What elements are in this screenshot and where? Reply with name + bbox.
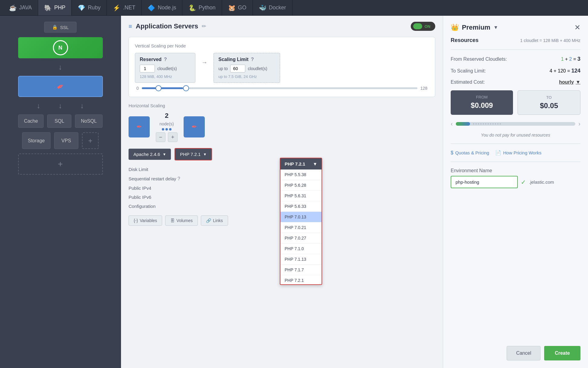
edit-icon[interactable]: ✏ [202, 23, 206, 30]
reserved-eq: = [572, 56, 577, 62]
php-option-7013[interactable]: PHP 7.0.13 [280, 212, 322, 222]
close-button[interactable]: ✕ [574, 23, 580, 32]
app-servers-title: Application Servers [136, 22, 198, 30]
tab-go[interactable]: 🐹 GO [222, 0, 253, 15]
toggle-on[interactable]: ON [411, 22, 436, 31]
quotas-pricing-link[interactable]: $ Quotas & Pricing [451, 150, 489, 156]
php-option-7021[interactable]: PHP 7.0.21 [280, 222, 322, 233]
env-name-input[interactable] [451, 176, 518, 188]
node-scaler: ✒ 2 node(s) − + ✒ [129, 112, 435, 142]
vertical-scaling-label: Vertical Scaling per Node [135, 43, 429, 48]
php-dropdown-arrow: ▼ [203, 152, 207, 157]
create-button[interactable]: Create [544, 346, 580, 360]
toggle-ball [413, 23, 422, 29]
reserved-plus: + [564, 56, 569, 62]
php-dropdown-list[interactable]: PHP 5.5.38 PHP 5.6.28 PHP 5.6.31 PHP 5.6… [280, 169, 322, 284]
node-icon-2: ✒ [184, 116, 205, 137]
php-option-717[interactable]: PHP 7.1.7 [280, 265, 322, 275]
p-dot-11 [497, 123, 498, 124]
reserved-total: 3 [577, 56, 580, 62]
add-service-button[interactable]: + [82, 132, 99, 149]
reserved-input[interactable] [140, 65, 155, 73]
scaling-limit-prefix: up to [218, 66, 228, 71]
tab-java[interactable]: ☕ JAVA [3, 0, 38, 15]
vps-button[interactable]: VPS [54, 132, 78, 149]
cache-button[interactable]: Cache [18, 115, 44, 128]
php-option-5628[interactable]: PHP 5.6.28 [280, 180, 322, 191]
reserved-box: Reserved ? cloudlet(s) 128 MiB, 400 MHz [135, 53, 195, 83]
add-environment-button[interactable]: + [18, 153, 103, 175]
tab-php[interactable]: 🐘 PHP [38, 0, 72, 15]
tab-python[interactable]: 🐍 Python [182, 0, 222, 15]
php-server-block[interactable]: ✒ [18, 76, 103, 97]
apache-dropdown-button[interactable]: Apache 2.4.6 ▼ [129, 149, 171, 160]
nodejs-icon: 🔷 [148, 4, 155, 11]
php-option-7027[interactable]: PHP 7.0.27 [280, 233, 322, 244]
hourly-dropdown[interactable]: hourly ▼ [559, 79, 580, 85]
app-servers-header: ≡ Application Servers ✏ ON [129, 22, 435, 31]
tab-nodejs[interactable]: 🔷 Node.js [142, 0, 182, 15]
p-dot-8 [490, 123, 491, 124]
cancel-button[interactable]: Cancel [507, 346, 541, 360]
storage-button[interactable]: Storage [22, 132, 51, 149]
links-button[interactable]: 🔗 Links [201, 215, 228, 226]
how-pricing-link[interactable]: 📄 How Pricing Works [495, 150, 541, 156]
scaling-limit-help-icon[interactable]: ? [251, 57, 254, 62]
apache-dropdown-arrow: ▼ [162, 152, 166, 157]
scaling-limit-unit: cloudlet(s) [248, 66, 267, 71]
php-option-5538[interactable]: PHP 5.5.38 [280, 169, 322, 180]
nosql-button[interactable]: NoSQL [75, 115, 102, 128]
slider-track[interactable] [142, 87, 417, 89]
scaling-limit-input[interactable] [230, 65, 245, 73]
tab-php-label: PHP [54, 5, 65, 11]
slider-fill [142, 87, 183, 89]
php-option-5631[interactable]: PHP 5.6.31 [280, 191, 322, 201]
hourly-label: hourly [559, 79, 574, 85]
tab-java-label: JAVA [19, 5, 32, 11]
reserved-input-row: cloudlet(s) [140, 65, 191, 73]
horizontal-scaling-label: Horizontal Scaling [129, 103, 435, 108]
reserved-help-icon[interactable]: ? [164, 57, 167, 62]
hourly-arrow: ▼ [576, 79, 580, 85]
slider-thumb-left[interactable] [155, 85, 162, 91]
tab-ruby[interactable]: 💎 Ruby [72, 0, 107, 15]
reserved-part1: 1 [561, 56, 564, 62]
php-version-dropdown-button[interactable]: PHP 7.2.1 ▼ [175, 148, 212, 160]
node-dots [162, 128, 172, 131]
variables-button[interactable]: {-} Variables [129, 215, 162, 226]
decrease-node-button[interactable]: − [156, 132, 165, 142]
php-option-5633[interactable]: PHP 5.6.33 [280, 201, 322, 212]
menu-icon: ≡ [129, 23, 132, 30]
tab-net-label: .NET [123, 5, 135, 11]
scaling-boxes: Reserved ? cloudlet(s) 128 MiB, 400 MHz … [135, 53, 429, 83]
tab-docker-label: Docker [269, 5, 286, 11]
nginx-block[interactable]: N [18, 37, 103, 58]
php-option-721[interactable]: PHP 7.2.1 [280, 275, 322, 284]
to-scaling-value: 4 + 120 = 124 [550, 68, 580, 74]
p-dot-7 [488, 123, 489, 124]
quotas-icon: $ [451, 150, 453, 156]
sequential-restart-help[interactable]: ? [178, 176, 180, 181]
go-icon: 🐹 [228, 4, 236, 11]
chevron-left-icon[interactable]: ‹ [451, 120, 453, 127]
increase-node-button[interactable]: + [168, 132, 178, 142]
p-dot-3 [478, 123, 479, 124]
volumes-button[interactable]: 🗄 Volumes [165, 215, 198, 226]
how-pricing-label: How Pricing Works [503, 150, 541, 155]
tab-docker[interactable]: 🐳 Docker [253, 0, 292, 15]
bottom-actions: Cancel Create [451, 346, 580, 360]
premium-dropdown-arrow[interactable]: ▼ [493, 25, 498, 30]
tab-net[interactable]: ⚡ .NET [107, 0, 142, 15]
ssl-button[interactable]: 🔒 SSL [44, 22, 77, 33]
to-scaling-label: To Scaling Limit: [451, 68, 486, 74]
progress-fill [456, 122, 470, 126]
php-option-7113[interactable]: PHP 7.1.13 [280, 254, 322, 265]
php-option-710[interactable]: PHP 7.1.0 [280, 244, 322, 254]
check-icon: ✓ [521, 179, 526, 186]
slider-thumb-right[interactable] [183, 85, 189, 91]
php-dropdown-header[interactable]: PHP 7.2.1 ▼ [280, 158, 322, 169]
sql-button[interactable]: SQL [47, 115, 71, 128]
chevron-right-icon[interactable]: › [578, 120, 580, 127]
php-version-dropdown[interactable]: PHP 7.2.1 ▼ PHP 5.5.38 PHP 5.6.28 PHP 5.… [280, 158, 322, 285]
php-dropdown-header-arrow: ▼ [313, 161, 317, 166]
